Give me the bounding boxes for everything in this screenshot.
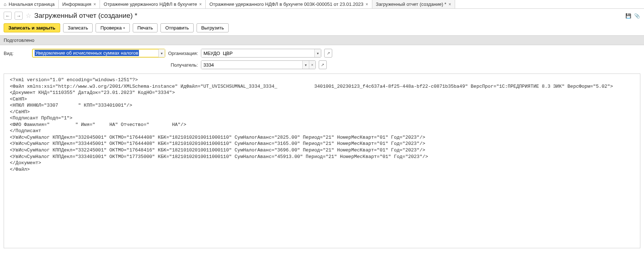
home-icon: ⌂ bbox=[4, 1, 7, 7]
attach-icon[interactable]: 📎 bbox=[634, 12, 640, 19]
tab-info[interactable]: Информация × bbox=[59, 0, 100, 8]
status-bar: Подготовлено bbox=[0, 35, 644, 45]
vid-field[interactable]: Уведомление об исчисленных суммах налого… bbox=[32, 49, 165, 58]
check-label: Проверка bbox=[100, 25, 121, 31]
tabs-bar: ⌂ Начальная страница Информация × Отраже… bbox=[0, 0, 644, 9]
form-row-vid: Вид: Уведомление об исчисленных суммах н… bbox=[4, 49, 640, 58]
tab-home[interactable]: ⌂ Начальная страница bbox=[0, 0, 59, 8]
tab-label: Отражение удержанного НДФЛ в бухучете bbox=[104, 1, 197, 7]
form-row-recipient: Получатель: ▾ × ↗ bbox=[4, 60, 640, 69]
nav-back-button[interactable]: ← bbox=[4, 12, 12, 20]
recipient-field[interactable]: ▾ × bbox=[201, 60, 316, 69]
export-button[interactable]: Выгрузить bbox=[197, 23, 229, 32]
nav-forward-button[interactable]: → bbox=[15, 12, 23, 20]
close-icon[interactable]: × bbox=[199, 2, 202, 7]
write-button[interactable]: Записать bbox=[63, 23, 93, 32]
check-button[interactable]: Проверка ▾ bbox=[96, 23, 129, 32]
arrow-left-icon: ← bbox=[5, 13, 10, 19]
send-button[interactable]: Отправить bbox=[160, 23, 193, 32]
open-org-button[interactable]: ↗ bbox=[324, 49, 332, 58]
org-field[interactable]: ▾ bbox=[201, 49, 321, 58]
vid-label: Вид: bbox=[4, 51, 29, 56]
recipient-input[interactable] bbox=[201, 61, 302, 69]
favorite-star-icon[interactable]: ☆ bbox=[26, 12, 31, 20]
form-area: Вид: Уведомление об исчисленных суммах н… bbox=[0, 45, 644, 71]
vid-value: Уведомление об исчисленных суммах налого… bbox=[32, 49, 158, 57]
chevron-down-icon[interactable]: ▾ bbox=[314, 49, 321, 57]
close-icon[interactable]: × bbox=[449, 2, 451, 7]
title-row: ← → ☆ Загруженный отчет (создание) * 💾 📎 bbox=[0, 9, 644, 22]
tab-ndfl-2[interactable]: Отражение удержанного НДФЛ в бухучете 00… bbox=[206, 0, 372, 8]
chevron-down-icon[interactable]: ▾ bbox=[158, 49, 165, 57]
close-icon[interactable]: × bbox=[366, 2, 368, 7]
recipient-label: Получатель: bbox=[171, 62, 198, 68]
chevron-down-icon[interactable]: ▾ bbox=[302, 61, 309, 69]
tab-ndfl-1[interactable]: Отражение удержанного НДФЛ в бухучете × bbox=[100, 0, 206, 8]
org-label: Организация: bbox=[168, 51, 198, 56]
arrow-right-icon: → bbox=[16, 13, 21, 19]
page-title: Загруженный отчет (создание) * bbox=[34, 12, 137, 20]
open-icon: ↗ bbox=[327, 51, 330, 56]
toolbar: Записать и закрыть Записать Проверка ▾ П… bbox=[0, 22, 644, 35]
tab-label: Начальная страница bbox=[9, 1, 55, 7]
open-icon: ↗ bbox=[321, 63, 324, 67]
write-and-close-button[interactable]: Записать и закрыть bbox=[4, 23, 60, 32]
save-icon[interactable]: 💾 bbox=[625, 12, 632, 19]
xml-content-area[interactable]: <?xml version="1.0" encoding="windows-12… bbox=[4, 74, 640, 248]
org-input[interactable] bbox=[201, 49, 314, 57]
print-button[interactable]: Печать bbox=[133, 23, 158, 32]
tab-label: Информация bbox=[62, 1, 92, 7]
open-recipient-button[interactable]: ↗ bbox=[319, 60, 327, 69]
close-icon[interactable]: × bbox=[93, 2, 96, 7]
status-text: Подготовлено bbox=[4, 37, 34, 43]
tab-label: Загруженный отчет (создание) * bbox=[376, 1, 446, 7]
clear-icon[interactable]: × bbox=[309, 61, 315, 69]
chevron-down-icon: ▾ bbox=[123, 26, 125, 30]
tab-label: Отражение удержанного НДФЛ в бухучете 00… bbox=[209, 1, 363, 7]
tab-loaded-report[interactable]: Загруженный отчет (создание) * × bbox=[372, 0, 455, 8]
